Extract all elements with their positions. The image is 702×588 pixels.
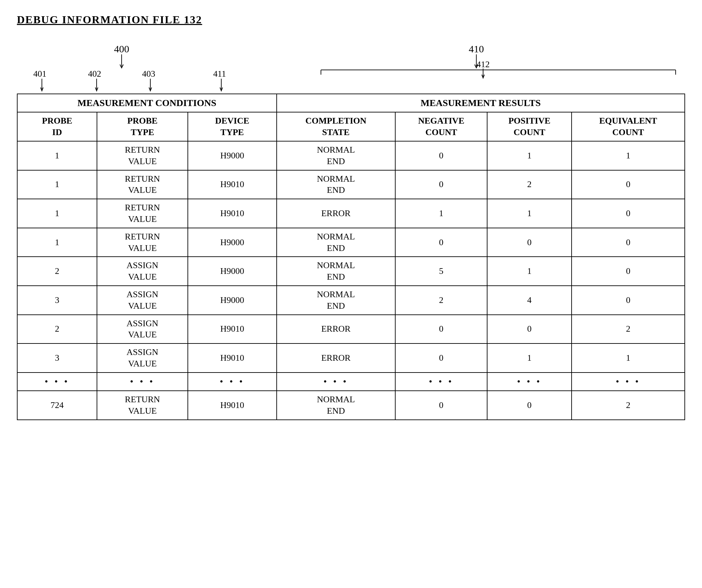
table-cell: RETURNVALUE [97, 228, 188, 257]
table-cell: 0 [395, 343, 487, 373]
table-cell: 0 [395, 391, 487, 420]
table-cell: ASSIGNVALUE [97, 286, 188, 315]
table-cell: 2 [395, 286, 487, 315]
table-cell: 0 [572, 228, 685, 257]
table-cell: 3 [17, 343, 97, 373]
table-cell: RETURNVALUE [97, 141, 188, 170]
table-cell: 0 [572, 286, 685, 315]
table-body: 1RETURNVALUEH9000NORMALEND0111RETURNVALU… [17, 141, 685, 420]
table-cell: RETURNVALUE [97, 391, 188, 420]
table-cell: 0 [572, 257, 685, 286]
table-cell: H9010 [188, 315, 277, 344]
main-content: 400 410 401 402 403 411 [17, 40, 685, 420]
annotations-area: 400 410 401 402 403 411 [17, 40, 685, 94]
table-cell: 0 [395, 170, 487, 199]
table-cell: 0 [395, 228, 487, 257]
table-cell: 0 [395, 141, 487, 170]
svg-text:403: 403 [142, 69, 155, 79]
table-row: 1RETURNVALUEH9010ERROR110 [17, 199, 685, 228]
table-cell: H9010 [188, 170, 277, 199]
svg-text:402: 402 [88, 69, 101, 79]
table-cell: 1 [17, 170, 97, 199]
table-cell: 3 [17, 286, 97, 315]
table-cell: 1 [572, 343, 685, 373]
table-row: 1RETURNVALUEH9010NORMALEND020 [17, 170, 685, 199]
table-cell: 4 [487, 286, 572, 315]
table-cell: 1 [395, 199, 487, 228]
table-cell: • • • [395, 373, 487, 391]
table-row: 2ASSIGNVALUEH9000NORMALEND510 [17, 257, 685, 286]
col-device-type: DEVICETYPE [188, 112, 277, 141]
table-cell: 0 [395, 315, 487, 344]
table-row: 2ASSIGNVALUEH9010ERROR002 [17, 315, 685, 344]
table-cell: 0 [572, 170, 685, 199]
table-cell: • • • [487, 373, 572, 391]
svg-text:400: 400 [114, 43, 129, 54]
table-cell: 1 [487, 141, 572, 170]
data-table: MEASUREMENT CONDITIONS MEASUREMENT RESUL… [17, 94, 685, 420]
table-cell: H9010 [188, 343, 277, 373]
table-cell: NORMALEND [277, 391, 395, 420]
table-cell: 0 [487, 315, 572, 344]
table-cell: 0 [487, 391, 572, 420]
table-cell: H9010 [188, 391, 277, 420]
table-cell: 1 [17, 141, 97, 170]
table-cell: ASSIGNVALUE [97, 343, 188, 373]
table-cell: NORMALEND [277, 257, 395, 286]
annotation-svg: 400 410 401 402 403 411 [17, 40, 685, 94]
table-cell: H9000 [188, 141, 277, 170]
table-cell: NORMALEND [277, 141, 395, 170]
table-cell: 0 [572, 199, 685, 228]
table-cell: 2 [572, 391, 685, 420]
measurement-results-header: MEASUREMENT RESULTS [277, 94, 685, 112]
table-row: 1RETURNVALUEH9000NORMALEND011 [17, 141, 685, 170]
svg-text:412: 412 [477, 59, 490, 69]
table-cell: NORMALEND [277, 170, 395, 199]
table-cell: • • • [277, 373, 395, 391]
table-row: • • •• • •• • •• • •• • •• • •• • • [17, 373, 685, 391]
page-title: DEBUG INFORMATION FILE 132 [17, 14, 685, 26]
table-cell: H9000 [188, 286, 277, 315]
table-cell: 2 [487, 170, 572, 199]
table-cell: RETURNVALUE [97, 199, 188, 228]
col-equivalent-count: EQUIVALENTCOUNT [572, 112, 685, 141]
table-cell: 1 [17, 199, 97, 228]
table-cell: H9010 [188, 199, 277, 228]
table-cell: 1 [17, 228, 97, 257]
table-cell: • • • [572, 373, 685, 391]
svg-text:401: 401 [33, 69, 47, 79]
table-cell: H9000 [188, 257, 277, 286]
table-cell: ERROR [277, 343, 395, 373]
col-negative-count: NEGATIVECOUNT [395, 112, 487, 141]
col-probe-type: PROBETYPE [97, 112, 188, 141]
col-header-row: PROBEID PROBETYPE DEVICETYPE COMPLETIONS… [17, 112, 685, 141]
table-cell: 1 [487, 257, 572, 286]
table-cell: H9000 [188, 228, 277, 257]
table-cell: 2 [572, 315, 685, 344]
table-cell: 724 [17, 391, 97, 420]
table-cell: 5 [395, 257, 487, 286]
table-cell: 2 [17, 257, 97, 286]
table-cell: • • • [97, 373, 188, 391]
table-cell: • • • [188, 373, 277, 391]
table-cell: 0 [487, 228, 572, 257]
table-cell: RETURNVALUE [97, 170, 188, 199]
table-row: 1RETURNVALUEH9000NORMALEND000 [17, 228, 685, 257]
col-probe-id: PROBEID [17, 112, 97, 141]
group-header-row: MEASUREMENT CONDITIONS MEASUREMENT RESUL… [17, 94, 685, 112]
svg-text:411: 411 [213, 69, 226, 79]
col-positive-count: POSITIVECOUNT [487, 112, 572, 141]
table-cell: ASSIGNVALUE [97, 315, 188, 344]
table-cell: ERROR [277, 199, 395, 228]
table-cell: • • • [17, 373, 97, 391]
table-row: 3ASSIGNVALUEH9010ERROR011 [17, 343, 685, 373]
table-row: 724RETURNVALUEH9010NORMALEND002 [17, 391, 685, 420]
table-cell: NORMALEND [277, 228, 395, 257]
table-cell: ASSIGNVALUE [97, 257, 188, 286]
table-cell: 1 [487, 343, 572, 373]
table-cell: ERROR [277, 315, 395, 344]
svg-text:410: 410 [469, 43, 484, 54]
table-cell: NORMALEND [277, 286, 395, 315]
table-cell: 2 [17, 315, 97, 344]
table-cell: 1 [572, 141, 685, 170]
